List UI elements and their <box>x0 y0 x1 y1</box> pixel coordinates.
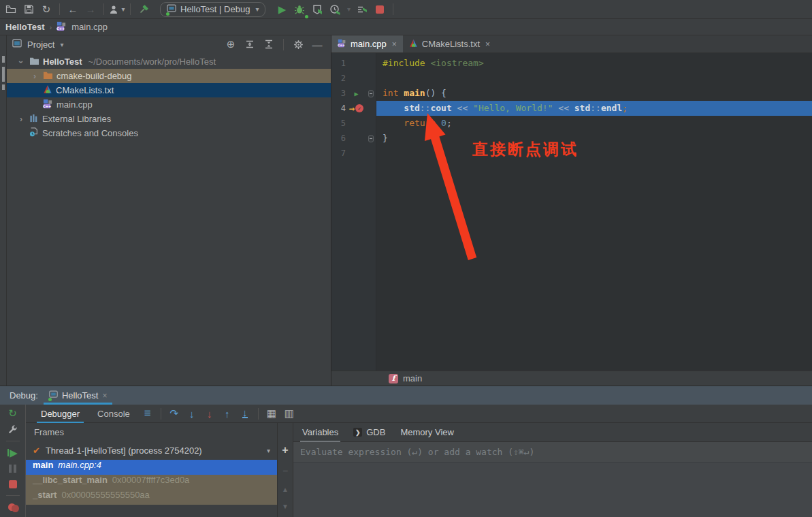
thread-label: Thread-1-[HelloTest] (process 2754202) <box>46 445 202 456</box>
editor-tab-label: CMakeLists.txt <box>422 39 480 49</box>
chevron-down-icon[interactable]: ▾ <box>60 41 63 48</box>
frame-location: 0x00007ffff7c3ed0a <box>112 475 190 485</box>
scratches-icon <box>29 127 39 139</box>
watches-toolbar: + − ▲ ▼ <box>278 423 293 517</box>
toolbar-separator <box>59 3 60 15</box>
tree-item-main-cpp[interactable]: C++ main.cpp <box>7 97 331 112</box>
breadcrumb-file[interactable]: main.cpp <box>71 22 108 32</box>
move-down-icon: ▼ <box>282 503 289 510</box>
svg-text:C++: C++ <box>56 26 65 30</box>
user-profile-icon[interactable]: ▾ <box>109 1 125 18</box>
frame-location: 0x00005555555550aa <box>61 490 149 500</box>
gear-icon[interactable] <box>290 36 306 52</box>
project-panel-title[interactable]: Project <box>27 40 54 50</box>
editor-tab-main-cpp[interactable]: C++ main.cpp × <box>331 35 403 52</box>
tree-item-external-libraries[interactable]: › External Libraries <box>7 112 331 126</box>
close-icon[interactable]: × <box>102 391 107 401</box>
tab-console[interactable]: Console <box>89 405 138 423</box>
frames-panel-title: Frames <box>26 423 277 441</box>
code-line-5: return 0; <box>376 116 812 131</box>
breakpoint-icon[interactable]: ✓ <box>355 104 363 112</box>
forward-icon[interactable]: → <box>82 1 99 18</box>
layout-options-icon[interactable]: ≡ <box>140 405 156 422</box>
add-watch-icon[interactable]: + <box>282 445 288 456</box>
debug-session-tab[interactable]: HelloTest × <box>46 386 110 405</box>
expand-all-icon[interactable] <box>242 36 258 52</box>
build-hammer-icon[interactable] <box>135 1 152 18</box>
evaluate-expression-icon[interactable]: ▦ <box>263 405 280 422</box>
sync-icon[interactable]: ↻ <box>38 1 54 18</box>
editor-gutter[interactable]: 1 2 3▶ 4→✓ 5 6 7 <box>331 53 376 371</box>
breadcrumb-chevron-icon: › <box>50 23 52 31</box>
tool-window-stripe[interactable] <box>0 35 7 386</box>
chevron-expanded-icon[interactable]: › <box>16 61 26 63</box>
run-configuration-selector[interactable]: HelloTest | Debug ▾ <box>160 2 265 17</box>
thread-selector[interactable]: ✔ Thread-1-[HelloTest] (process 2754202)… <box>26 441 277 460</box>
run-with-coverage-button[interactable] <box>309 1 325 18</box>
run-config-label: HelloTest | Debug <box>180 4 250 14</box>
stop-icon[interactable] <box>5 478 20 490</box>
chevron-collapsed-icon[interactable]: › <box>33 72 36 81</box>
toolbar-separator <box>103 3 104 15</box>
collapse-all-icon[interactable] <box>261 36 277 52</box>
breadcrumb-project[interactable]: HelloTest <box>5 22 45 32</box>
stack-frame-row[interactable]: main main.cpp:4 <box>26 460 277 475</box>
save-icon[interactable] <box>20 1 37 18</box>
profiler-button[interactable] <box>327 1 343 18</box>
stack-frame-row[interactable]: _start 0x00005555555550aa <box>26 490 277 505</box>
chevron-collapsed-icon[interactable]: › <box>20 114 22 124</box>
step-out-icon[interactable]: ↑ <box>219 405 236 422</box>
line-number: 5 <box>335 119 346 128</box>
step-into-icon[interactable]: ↓ <box>184 405 200 422</box>
app-window-icon <box>167 4 176 15</box>
close-icon[interactable]: × <box>392 40 397 49</box>
debug-content: Frames ✔ Thread-1-[HelloTest] (process 2… <box>26 423 812 517</box>
open-icon[interactable] <box>3 1 19 18</box>
tree-item-cmakelists[interactable]: CMakeLists.txt <box>7 83 331 97</box>
tree-item-cmake-build-debug[interactable]: › cmake-build-debug <box>7 69 331 83</box>
tab-memory-view[interactable]: Memory View <box>393 423 461 442</box>
locate-file-icon[interactable]: ⊕ <box>223 36 239 52</box>
code-area[interactable]: #include <iostream> int main() { std::co… <box>376 53 812 371</box>
tree-item-label: Scratches and Consoles <box>42 128 138 138</box>
rerun-icon[interactable]: ↻ <box>5 407 20 420</box>
attach-to-process-button[interactable] <box>354 1 370 18</box>
debug-button[interactable] <box>291 1 308 18</box>
tree-item-scratches[interactable]: Scratches and Consoles <box>7 126 331 140</box>
fold-marker-icon[interactable] <box>368 135 374 142</box>
code-line-2 <box>376 71 812 86</box>
chevron-down-icon[interactable]: ▾ <box>344 1 353 18</box>
evaluate-expression-input[interactable]: Evaluate expression (↵) or add a watch (… <box>293 442 812 463</box>
editor-tab-cmakelists[interactable]: CMakeLists.txt × <box>403 35 496 52</box>
tree-item-hellotest-root[interactable]: › HelloTest ~/Documents/work/pro/HelloTe… <box>7 54 331 69</box>
cmake-file-icon <box>43 84 52 96</box>
step-over-icon[interactable]: ↷ <box>166 405 182 422</box>
run-button[interactable]: ▶ <box>274 1 290 18</box>
tab-debugger[interactable]: Debugger <box>33 405 88 423</box>
tab-gdb[interactable]: ❯ GDB <box>346 423 393 442</box>
editor-body[interactable]: 1 2 3▶ 4→✓ 5 6 7 #include <iostream> int… <box>331 53 812 371</box>
wrench-icon[interactable] <box>5 424 20 435</box>
mute-breakpoints-icon[interactable] <box>5 501 20 513</box>
run-main-icon[interactable]: ▶ <box>354 90 358 97</box>
stack-frame-row[interactable]: __libc_start_main 0x00007ffff7c3ed0a <box>26 475 277 490</box>
editor-tab-bar: C++ main.cpp × CMakeLists.txt × <box>331 35 812 53</box>
fold-marker-icon[interactable] <box>368 90 374 97</box>
resume-icon[interactable]: ▶ <box>5 447 20 459</box>
force-step-into-icon[interactable]: ↓ <box>201 405 218 422</box>
hide-panel-icon[interactable]: — <box>309 36 325 52</box>
tree-item-label: cmake-build-debug <box>56 71 132 81</box>
frame-function: __libc_start_main <box>33 475 108 485</box>
pause-icon <box>5 463 20 475</box>
chevron-down-icon: ▾ <box>267 447 270 454</box>
debug-tool-window: Debug: HelloTest × ↻ ▶ <box>0 386 812 517</box>
restore-layout-icon[interactable]: ▥ <box>281 405 297 422</box>
run-to-cursor-icon[interactable]: ↓ <box>237 405 253 422</box>
tab-variables[interactable]: Variables <box>295 423 346 442</box>
stop-button[interactable] <box>372 1 388 18</box>
code-line-4-execution-line: std::cout << "Hello, World!" << std::end… <box>376 101 812 116</box>
variables-content[interactable] <box>293 463 812 517</box>
back-icon[interactable]: ← <box>65 1 81 18</box>
editor-breadcrumb-item[interactable]: main <box>403 373 422 383</box>
close-icon[interactable]: × <box>485 40 490 49</box>
